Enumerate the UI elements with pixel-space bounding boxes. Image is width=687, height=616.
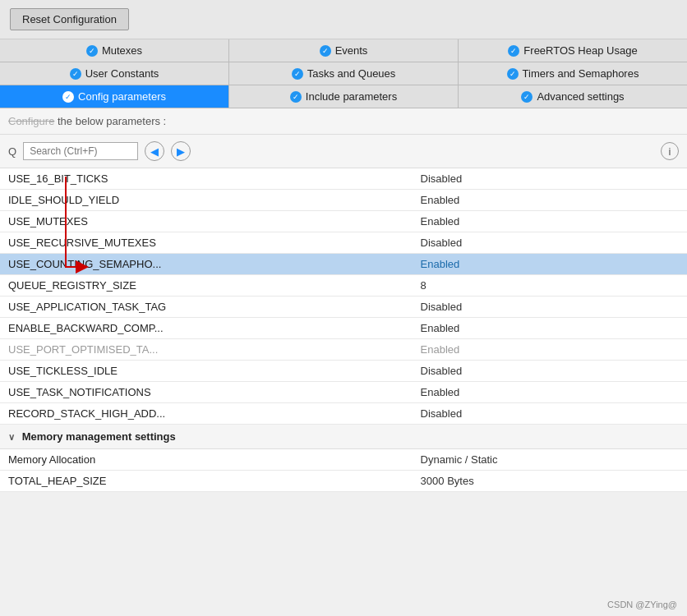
- param-name: RECORD_STACK_HIGH_ADD...: [0, 403, 413, 425]
- param-value: Enabled: [413, 382, 687, 403]
- tab-config-params[interactable]: Config parameters: [0, 85, 229, 108]
- tab-events-label: Events: [335, 44, 368, 57]
- tabs-row-2: User Constants Tasks and Queues Timers a…: [0, 62, 687, 85]
- table-row[interactable]: ENABLE_BACKWARD_COMP... Enabled: [0, 318, 687, 339]
- table-row[interactable]: TOTAL_HEAP_SIZE 3000 Bytes: [0, 471, 687, 492]
- check-icon: [70, 68, 81, 80]
- table-row[interactable]: IDLE_SHOULD_YIELD Enabled: [0, 190, 687, 211]
- table-row[interactable]: USE_TASK_NOTIFICATIONS Enabled: [0, 382, 687, 403]
- param-name: USE_MUTEXES: [0, 211, 413, 232]
- param-name: Memory Allocation: [0, 449, 413, 471]
- search-icon: Q: [8, 145, 16, 158]
- prev-nav-button[interactable]: ◀: [145, 141, 164, 161]
- memory-param-table: Memory Allocation Dynamic / Static TOTAL…: [0, 449, 687, 492]
- tab-freertos-heap-label: FreeRTOS Heap Usage: [523, 44, 637, 57]
- search-bar: Q ◀ ▶ i: [0, 135, 687, 168]
- table-row[interactable]: USE_RECURSIVE_MUTEXES Disabled: [0, 232, 687, 254]
- table-row[interactable]: RECORD_STACK_HIGH_ADD... Disabled: [0, 403, 687, 425]
- watermark: CSDN @ZYing@: [607, 600, 677, 609]
- table-row[interactable]: Memory Allocation Dynamic / Static: [0, 449, 687, 471]
- check-icon: [290, 91, 302, 103]
- collapse-icon: ∨: [8, 432, 15, 442]
- param-name: USE_TASK_NOTIFICATIONS: [0, 382, 413, 403]
- param-value: Disabled: [413, 403, 687, 425]
- param-table: USE_16_BIT_TICKS Disabled IDLE_SHOULD_YI…: [0, 168, 687, 425]
- search-input[interactable]: [23, 142, 138, 160]
- param-value: Disabled: [413, 232, 687, 254]
- content-area: USE_16_BIT_TICKS Disabled IDLE_SHOULD_YI…: [0, 168, 687, 492]
- tab-include-params-label: Include parameters: [306, 90, 397, 103]
- tab-include-params[interactable]: Include parameters: [229, 85, 459, 108]
- table-row-selected[interactable]: USE_COUNTING_SEMAPHO... Enabled: [0, 254, 687, 275]
- tab-advanced-settings-label: Advanced settings: [537, 90, 624, 103]
- param-value: Enabled: [413, 339, 687, 361]
- table-row-disabled[interactable]: USE_PORT_OPTIMISED_TA... Enabled: [0, 339, 687, 361]
- param-name: USE_APPLICATION_TASK_TAG: [0, 297, 413, 318]
- table-row[interactable]: USE_MUTEXES Enabled: [0, 211, 687, 232]
- check-icon: [62, 91, 74, 103]
- param-name: IDLE_SHOULD_YIELD: [0, 190, 413, 211]
- param-value: Enabled: [413, 318, 687, 339]
- param-name: TOTAL_HEAP_SIZE: [0, 471, 413, 492]
- tab-timers-semaphores-label: Timers and Semaphores: [523, 67, 639, 80]
- tab-tasks-queues-label: Tasks and Queues: [307, 67, 396, 80]
- check-icon: [320, 45, 331, 57]
- param-name: USE_RECURSIVE_MUTEXES: [0, 232, 413, 254]
- param-value: Enabled: [413, 190, 687, 211]
- info-button[interactable]: i: [661, 142, 679, 160]
- param-value: Disabled: [413, 361, 687, 382]
- memory-section-label: Memory management settings: [22, 430, 176, 443]
- param-name: USE_PORT_OPTIMISED_TA...: [0, 339, 413, 361]
- configure-text: Configure the below parameters :: [0, 108, 687, 135]
- tab-advanced-settings[interactable]: Advanced settings: [459, 85, 687, 108]
- table-row[interactable]: USE_TICKLESS_IDLE Disabled: [0, 361, 687, 382]
- tab-timers-semaphores[interactable]: Timers and Semaphores: [459, 62, 687, 85]
- check-icon: [86, 45, 98, 57]
- param-name: USE_COUNTING_SEMAPHO...: [0, 254, 413, 275]
- param-name: USE_16_BIT_TICKS: [0, 168, 413, 190]
- check-icon: [508, 45, 519, 57]
- param-value: Dynamic / Static: [413, 449, 687, 471]
- check-icon: [507, 68, 519, 80]
- tab-user-constants[interactable]: User Constants: [0, 62, 229, 85]
- param-value: Enabled: [413, 254, 687, 275]
- param-name: ENABLE_BACKWARD_COMP...: [0, 318, 413, 339]
- next-nav-button[interactable]: ▶: [171, 141, 191, 161]
- top-bar: Reset Configuration: [0, 0, 687, 39]
- tab-events[interactable]: Events: [229, 39, 459, 62]
- param-value: 3000 Bytes: [413, 471, 687, 492]
- param-value: Enabled: [413, 211, 687, 232]
- table-row[interactable]: USE_16_BIT_TICKS Disabled: [0, 168, 687, 190]
- table-row[interactable]: QUEUE_REGISTRY_SIZE 8: [0, 275, 687, 297]
- check-icon: [521, 91, 533, 103]
- reset-configuration-button[interactable]: Reset Configuration: [10, 8, 129, 30]
- tab-user-constants-label: User Constants: [85, 67, 159, 80]
- param-value: 8: [413, 275, 687, 297]
- tab-tasks-queues[interactable]: Tasks and Queues: [229, 62, 459, 85]
- param-value: Disabled: [413, 297, 687, 318]
- tabs-row-1: Mutexes Events FreeRTOS Heap Usage: [0, 39, 687, 62]
- tab-mutexes[interactable]: Mutexes: [0, 39, 229, 62]
- param-name: USE_TICKLESS_IDLE: [0, 361, 413, 382]
- tabs-row-3: Config parameters Include parameters Adv…: [0, 85, 687, 108]
- memory-section-header[interactable]: ∨ Memory management settings: [0, 425, 687, 449]
- param-name: QUEUE_REGISTRY_SIZE: [0, 275, 413, 297]
- tab-config-params-label: Config parameters: [78, 90, 166, 103]
- tab-freertos-heap[interactable]: FreeRTOS Heap Usage: [459, 39, 687, 62]
- param-value: Disabled: [413, 168, 687, 190]
- configure-text-strikethrough: Configure: [8, 115, 54, 127]
- table-row[interactable]: USE_APPLICATION_TASK_TAG Disabled: [0, 297, 687, 318]
- check-icon: [292, 68, 303, 80]
- tab-mutexes-label: Mutexes: [102, 44, 142, 57]
